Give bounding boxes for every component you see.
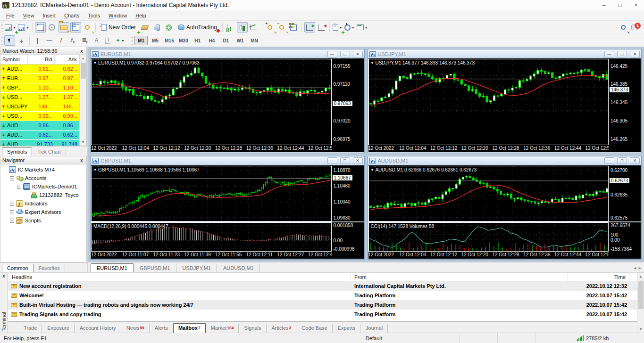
column-header-symbol[interactable]: Symbol <box>0 55 28 64</box>
terminal-tab-market[interactable]: Market104 <box>206 323 239 333</box>
timeframe-m30[interactable]: M30 <box>177 36 190 45</box>
market-watch-row[interactable]: ▼EUR...0.97...0.97... <box>0 74 79 83</box>
window-minimize-button[interactable]: – <box>596 0 612 10</box>
price-axis[interactable]: 1.108701.106671.104601.100401.09630 <box>332 166 364 222</box>
chart-minimize-button[interactable]: — <box>327 157 337 164</box>
zoom-out-button[interactable]: − <box>276 22 287 33</box>
trendline-button[interactable]: / <box>56 35 67 46</box>
market-watch-toggle[interactable] <box>35 22 46 33</box>
timeframe-m5[interactable]: M5 <box>149 36 162 45</box>
chart-minimize-button[interactable]: — <box>327 51 337 57</box>
market-watch-column-headers[interactable]: SymbolBidAsk <box>0 55 79 65</box>
terminal-message-row[interactable]: Trading Signals and copy tradingTrading … <box>8 310 637 319</box>
virtual-hosting-button[interactable] <box>151 22 162 33</box>
indicator-plot[interactable]: MACD(12,26,9) 0.000445 0.000447 <box>91 222 332 252</box>
chart-tab-audusd-m1[interactable]: AUDUSD,M1 <box>217 263 260 272</box>
timeframe-h1[interactable]: H1 <box>191 36 204 45</box>
menu-tools[interactable]: Tools <box>84 12 104 19</box>
menu-help[interactable]: Help <box>131 12 151 19</box>
horizontal-line-button[interactable]: — <box>44 35 55 46</box>
column-header-headline[interactable]: Headline <box>8 273 351 281</box>
scroll-down-icon[interactable]: ▼ <box>80 139 86 146</box>
navigator-toggle[interactable] <box>59 22 69 33</box>
dropdown-triangle-icon[interactable]: ▼ <box>371 61 374 65</box>
market-watch-row[interactable]: ▲USD...1.37...1.37... <box>0 93 79 102</box>
chart-close-button[interactable]: ✕ <box>353 51 363 57</box>
terminal-message-row[interactable]: Built-in Virtual Hosting — trading robot… <box>8 300 637 310</box>
chart-tabs-scroll-right[interactable]: ► <box>638 266 642 270</box>
autotrading-toggle[interactable]: AutoTrading <box>175 22 220 33</box>
chart-plot[interactable]: ▼GBPUSD,M1 1.10589 1.10668 1.10566 1.106… <box>91 166 332 222</box>
terminal-close-icon[interactable]: x <box>2 273 5 280</box>
templates-button[interactable]: ▼ <box>356 22 368 33</box>
new-order-button[interactable]: New Order <box>98 22 139 33</box>
strategy-tester-button[interactable] <box>82 22 93 33</box>
timeframe-w1[interactable]: W1 <box>234 36 247 45</box>
crosshair-button[interactable]: + <box>16 35 27 46</box>
chart-plot[interactable]: ▼USDJPY,M1 146.377 146.393 146.373 146.3… <box>368 59 609 145</box>
terminal-tab-code-base[interactable]: Code Base <box>296 323 332 333</box>
column-header-ask[interactable]: Ask <box>55 55 79 64</box>
indicator-plot[interactable]: CCI(14) 147.1528 Volumes 58 <box>368 222 609 252</box>
chart-minimize-button[interactable]: — <box>604 157 614 164</box>
search-button[interactable] <box>618 22 628 33</box>
chart-titlebar[interactable]: AUDUSD,M1 — □ ✕ <box>368 156 642 165</box>
expand-icon[interactable]: + <box>10 210 14 214</box>
market-watch-row[interactable]: ▼USDJPY146....146.... <box>0 102 79 112</box>
chart-close-button[interactable]: ✕ <box>630 51 640 57</box>
arrows-button[interactable]: ✦▼ <box>115 35 125 46</box>
market-watch-row[interactable]: ▼GBP...1.10...1.10... <box>0 83 79 93</box>
vertical-line-button[interactable]: | <box>32 35 43 46</box>
scroll-up-icon[interactable]: ▲ <box>637 273 644 280</box>
terminal-tab-alerts[interactable]: Alerts <box>150 323 173 333</box>
tree-item-12132882-toyco[interactable]: 12132882: Toyco <box>0 191 86 199</box>
zoom-in-button[interactable]: + <box>265 22 276 33</box>
market-watch-row[interactable]: ▲USD...0.99...0.99... <box>0 112 79 121</box>
chart-titlebar[interactable]: GBPUSD,M1 — □ ✕ <box>91 156 364 165</box>
price-axis[interactable]: 0.971550.971100.970630.970200.96975 <box>332 59 364 145</box>
chart-shift-button[interactable] <box>316 22 327 33</box>
chart-plot[interactable]: ▼EURUSD,M1 0.97032 0.97064 0.97027 0.970… <box>91 59 332 145</box>
periods-button[interactable]: ▼ <box>344 22 355 33</box>
expand-icon[interactable]: + <box>10 219 14 223</box>
indicators-button[interactable]: ▼ <box>332 22 343 33</box>
timeframe-m1[interactable]: M1 <box>134 36 148 45</box>
new-chart-button[interactable]: ▼ <box>4 22 17 33</box>
fibonacci-button[interactable]: ≣F <box>79 35 90 46</box>
timeframe-d1[interactable]: D1 <box>219 36 233 45</box>
menu-view[interactable]: View <box>19 12 39 19</box>
chart-minimize-button[interactable]: — <box>604 51 614 57</box>
terminal-column-headers[interactable]: HeadlineFromTime <box>8 273 637 281</box>
tree-item-indicators[interactable]: +Indicators <box>0 199 86 208</box>
timeframe-h4[interactable]: H4 <box>205 36 218 45</box>
metaeditor-button[interactable] <box>140 22 151 33</box>
data-window-button[interactable] <box>47 22 58 33</box>
collapse-icon[interactable]: − <box>10 176 14 180</box>
market-watch-row[interactable]: ▲AUD...0.62...0.62... <box>0 131 79 140</box>
market-watch-row[interactable]: ▲AUD...91.73391.748 <box>0 140 79 146</box>
collapse-icon[interactable]: − <box>17 185 21 189</box>
auto-scroll-toggle[interactable] <box>304 22 315 33</box>
tile-windows-button[interactable] <box>288 22 299 33</box>
terminal-toggle[interactable] <box>70 22 81 33</box>
terminal-message-row[interactable]: New account registrationInternational Ca… <box>8 281 637 291</box>
chart-tab-eurusd-m1[interactable]: EURUSD,M1 <box>91 263 134 272</box>
tree-item-accounts[interactable]: −Accounts <box>0 174 86 182</box>
market-watch-scrollbar[interactable]: ▲ ▼ <box>79 55 86 146</box>
scroll-up-icon[interactable]: ▲ <box>80 55 86 62</box>
text-label-button[interactable]: T <box>103 35 114 46</box>
time-axis[interactable]: 12 Oct 202212 Oct 11:0712 Oct 11:2312 Oc… <box>91 252 364 259</box>
market-watch-row[interactable]: ▼AUD...0.62...0.62... <box>0 65 79 74</box>
line-chart-button[interactable] <box>249 22 259 33</box>
chart-tabs-scroll-left[interactable]: ◄ <box>633 266 637 270</box>
market-watch-row[interactable]: ▲AUD...0.86...0.86... <box>0 121 79 131</box>
equidistant-channel-button[interactable]: ⫽E <box>67 35 78 46</box>
scrollbar-thumb[interactable] <box>638 281 644 309</box>
terminal-tab-experts[interactable]: Experts <box>333 323 360 333</box>
timeframe-mn[interactable]: MN <box>248 36 261 45</box>
terminal-message-row[interactable]: Welcome!Trading Platform2022.10.07 15:42 <box>8 291 637 300</box>
column-header-time[interactable]: Time <box>568 273 630 281</box>
terminal-tab-trade[interactable]: Trade <box>18 323 42 333</box>
chart-close-button[interactable]: ✕ <box>630 157 640 164</box>
terminal-tab-mailbox[interactable]: Mailbox7 <box>173 323 206 333</box>
